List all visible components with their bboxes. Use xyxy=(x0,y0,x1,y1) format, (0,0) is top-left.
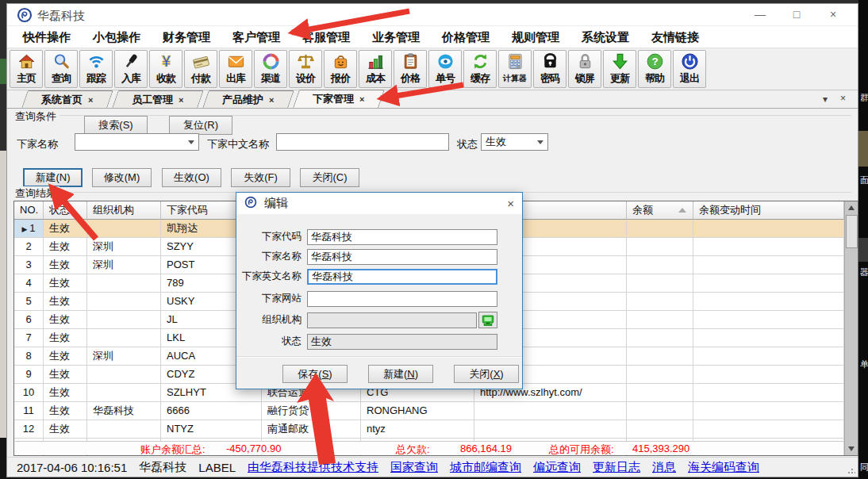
org-picker-button[interactable] xyxy=(478,312,497,328)
tab-close-icon[interactable]: × xyxy=(179,95,183,105)
menu-item-parcel-ops[interactable]: 小包操作 xyxy=(82,26,152,48)
toolbar-button-cost[interactable]: 成本 xyxy=(359,50,392,88)
tab-home[interactable]: 系统首页× xyxy=(21,90,113,108)
downstream-name-combobox[interactable] xyxy=(75,133,199,151)
toolbar-button-home[interactable]: 主页 xyxy=(10,50,43,88)
table-cell: 生效 xyxy=(44,402,87,420)
menu-item-price-mgmt[interactable]: 价格管理 xyxy=(431,26,501,48)
menu-item-rules-mgmt[interactable]: 规则管理 xyxy=(501,26,570,48)
status-link-customs-code-query[interactable]: 海关编码查询 xyxy=(688,460,759,475)
toolbar-button-password[interactable]: 密码 xyxy=(533,50,567,88)
downstream-website-input[interactable] xyxy=(307,291,497,307)
dialog-new-button[interactable]: 新建(N) xyxy=(368,365,433,383)
scroll-down-icon[interactable] xyxy=(845,443,858,455)
dialog-close-button[interactable]: 关闭(X) xyxy=(454,365,519,383)
dialog-close-icon[interactable]: × xyxy=(507,197,514,210)
dialog-field-row: 下家代码华磊科技 xyxy=(236,228,522,245)
toolbar-button-update[interactable]: 更新 xyxy=(603,50,636,88)
toolbar-button-calculator[interactable]: 计算器 xyxy=(498,50,532,88)
results-group-label: 查询结果 xyxy=(12,186,60,201)
query-group-label: 查询条件 xyxy=(12,109,60,124)
toolbar-button-cache[interactable]: 缓存 xyxy=(463,50,497,88)
toolbar-button-label: 查询 xyxy=(52,71,71,86)
downstream-cn-name-label: 下家中文名称 xyxy=(207,137,269,151)
menu-item-system-settings[interactable]: 系统设置 xyxy=(570,26,640,48)
toolbar-button-label: 设价 xyxy=(296,71,315,86)
status-input[interactable]: 生效 xyxy=(307,334,497,350)
deactivate-button[interactable]: 失效(F) xyxy=(231,168,290,187)
toolbar-button-price[interactable]: 价格 xyxy=(394,50,427,88)
column-header-余额[interactable]: 余额 xyxy=(627,201,693,220)
table-row[interactable]: 12生效NTYZ南通邮政ntyz xyxy=(14,420,844,439)
menu-item-service-mgmt[interactable]: 客服管理 xyxy=(291,26,361,48)
toolbar-button-set-price[interactable]: 设价 xyxy=(289,50,322,88)
downstream-en-name-input[interactable]: 华磊科技 xyxy=(307,269,497,285)
activate-button[interactable]: 生效(O) xyxy=(162,168,221,187)
vertical-scrollbar[interactable] xyxy=(844,201,858,455)
menu-item-customer-mgmt[interactable]: 客户管理 xyxy=(221,26,291,48)
tab-close-icon[interactable]: × xyxy=(840,93,846,104)
close-button[interactable]: 关闭(C) xyxy=(300,168,359,187)
toolbar-button-inbound[interactable]: 入库 xyxy=(114,50,148,88)
toolbar-button-track[interactable]: 跟踪 xyxy=(79,50,113,88)
row-number-cell: ▶1 xyxy=(14,220,44,238)
menu-item-express-ops[interactable]: 快件操作 xyxy=(12,26,82,48)
table-row[interactable]: 11生效华磊科技6666融行货贷RONGHANG xyxy=(14,402,844,420)
resize-grip[interactable] xyxy=(847,466,855,474)
tab-close-icon[interactable]: × xyxy=(359,94,364,104)
dialog-save-button[interactable]: 保存(S) xyxy=(282,365,348,383)
organization-label: 组织机构 xyxy=(241,313,301,327)
toolbar-button-quote[interactable]: 报价 xyxy=(324,50,357,88)
tab-close-icon[interactable]: × xyxy=(269,95,274,105)
tab-label: 产品维护 xyxy=(222,93,263,107)
toolbar-button-collect[interactable]: ¥收款 xyxy=(149,50,182,88)
status-filter-value: 生效 xyxy=(486,136,506,148)
status-link-tech-support[interactable]: 由华磊科技提供技术支持 xyxy=(248,460,378,475)
table-cell xyxy=(87,293,161,311)
scroll-up-icon[interactable] xyxy=(845,201,858,214)
tab-downstream-mgmt[interactable]: 下家管理× xyxy=(293,90,385,108)
toolbar-button-channel[interactable]: 渠道 xyxy=(254,50,287,88)
maximize-button[interactable]: □ xyxy=(778,4,815,26)
status-link-country-query[interactable]: 国家查询 xyxy=(390,460,438,475)
status-link-changelog[interactable]: 更新日志 xyxy=(593,460,640,475)
tab-close-icon[interactable]: × xyxy=(88,95,93,105)
menu-item-friend-links[interactable]: 友情链接 xyxy=(640,26,710,48)
table-cell: ntyz xyxy=(361,420,474,439)
search-button[interactable]: 搜索(S) xyxy=(84,116,148,135)
close-button[interactable]: × xyxy=(815,4,851,26)
column-header-组织机构[interactable]: 组织机构 xyxy=(87,201,161,220)
toolbar-button-query[interactable]: 查询 xyxy=(44,50,78,88)
tab-product-maintenance[interactable]: 产品维护× xyxy=(202,90,294,108)
column-header-余额变动时间[interactable]: 余额变动时间 xyxy=(693,201,844,220)
menu-item-finance-mgmt[interactable]: 财务管理 xyxy=(152,26,221,48)
menu-item-business-mgmt[interactable]: 业务管理 xyxy=(361,26,431,48)
tab-employee-mgmt[interactable]: 员工管理× xyxy=(112,90,204,108)
toolbar-button-exit[interactable]: 退出 xyxy=(673,50,706,88)
column-header-状态[interactable]: 状态 xyxy=(44,201,87,220)
downstream-code-input[interactable]: 华磊科技 xyxy=(307,229,497,245)
tab-list-dropdown-icon[interactable]: ▾ xyxy=(823,94,828,105)
downstream-cn-name-input[interactable] xyxy=(276,133,449,151)
status-filter-combobox[interactable]: 生效 xyxy=(481,133,548,151)
status-link-messages[interactable]: 消息 xyxy=(652,460,676,475)
toolbar-button-tracking-no[interactable]: 单号 xyxy=(428,50,462,88)
status-link-remote-area-query[interactable]: 偏远查询 xyxy=(533,460,581,475)
status-link-city-zip-query[interactable]: 城市邮编查询 xyxy=(450,460,521,475)
dialog-title-bar[interactable]: 编辑 × xyxy=(236,193,522,214)
toolbar-button-pay[interactable]: 付款 xyxy=(184,50,217,88)
new-button[interactable]: 新建(N) xyxy=(23,168,83,187)
reset-button[interactable]: 复位(R) xyxy=(169,116,232,135)
price-bag-icon xyxy=(332,51,350,71)
scrollbar-thumb[interactable] xyxy=(846,215,858,248)
toolbar-button-help[interactable]: ?帮助 xyxy=(638,50,671,88)
modify-button[interactable]: 修改(M) xyxy=(92,168,152,187)
minimize-button[interactable]: — xyxy=(742,4,778,26)
toolbar-button-lock-screen[interactable]: 锁屏 xyxy=(568,50,601,88)
downstream-name-input[interactable]: 华磊科技 xyxy=(307,249,497,265)
organization-input[interactable] xyxy=(307,312,477,328)
table-cell xyxy=(627,238,693,256)
toolbar-button-outbound[interactable]: 出库 xyxy=(219,50,252,88)
column-header-NO.[interactable]: NO. xyxy=(14,201,44,220)
table-cell xyxy=(627,402,693,420)
